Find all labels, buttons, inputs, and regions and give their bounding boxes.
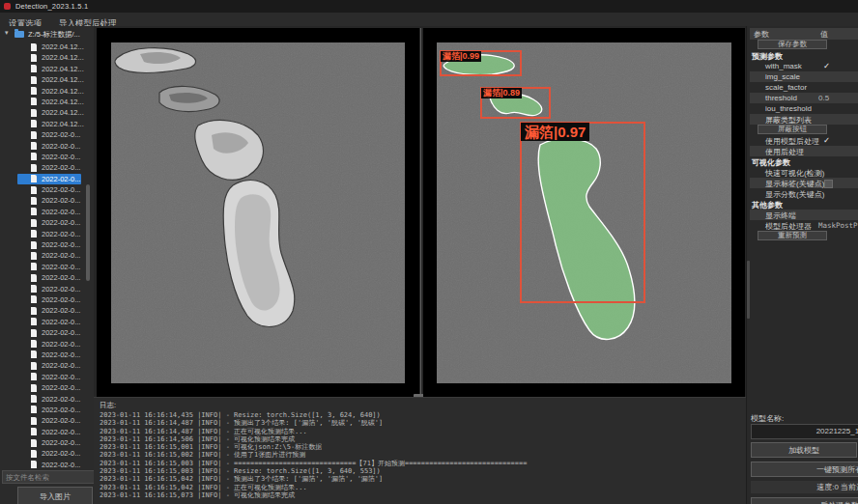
param-action-row[interactable]: 重新预测: [750, 231, 858, 241]
file-icon: [31, 295, 37, 303]
tree-item[interactable]: 2022-02-0...: [0, 195, 94, 206]
tree-item-label: 2022-02-0...: [42, 208, 80, 216]
param-row[interactable]: 显示分数(关键点): [750, 188, 858, 199]
tree-item[interactable]: 2022-02-0...: [0, 305, 94, 316]
file-icon: [31, 350, 37, 358]
import-image-button[interactable]: 导入图片: [17, 487, 93, 504]
param-label: scale_factor: [765, 83, 807, 92]
param-row[interactable]: scale_factor: [750, 82, 858, 93]
tree-item-label: 2022-02-0...: [42, 449, 80, 458]
tree-item[interactable]: 2022-02-0...: [0, 284, 94, 294]
tree-item[interactable]: 2022-02-0...: [0, 372, 94, 382]
detection-label: 漏箔|0.89: [481, 88, 522, 98]
tree-item[interactable]: 2022-02-0...: [0, 405, 94, 415]
param-row[interactable]: threshold0.5: [750, 93, 858, 103]
tree-item[interactable]: 2022-02-0...: [0, 339, 94, 350]
param-row[interactable]: 快速可视化(检测): [750, 167, 858, 178]
tree-item-label: 2022-02-0...: [42, 361, 80, 370]
tree-item[interactable]: 2022.04.12...: [0, 107, 94, 118]
file-icon: [31, 285, 37, 293]
tree-item[interactable]: 2022-02-0...: [0, 141, 94, 152]
tree-item[interactable]: 2022-02-0...: [0, 272, 94, 283]
postprocess-settings-button[interactable]: 后处理参数设置: [751, 497, 858, 504]
tree-item[interactable]: 2022-02-0...: [0, 427, 94, 437]
predict-all-button[interactable]: 一键预测所有图片: [751, 462, 858, 477]
progress-status: 速度:0 当前进度:0: [751, 481, 858, 493]
param-column-header: 参数: [754, 29, 769, 40]
load-model-button[interactable]: 加载模型: [751, 442, 857, 458]
tree-item[interactable]: 2022.04.12...: [0, 52, 94, 63]
tree-item[interactable]: 2022.04.12...: [0, 42, 94, 52]
param-row[interactable]: 使用后处理: [750, 146, 858, 156]
scrollbar-thumb[interactable]: [86, 184, 90, 281]
tree-item[interactable]: 2022-02-0...: [0, 448, 94, 459]
tree-item[interactable]: 2022-02-0...: [0, 394, 94, 405]
param-button[interactable]: 保存参数: [758, 40, 827, 49]
checkbox-checked-icon[interactable]: ✓: [823, 61, 830, 70]
param-value[interactable]: 0.5: [818, 94, 829, 102]
file-icon: [31, 428, 37, 435]
log-lines[interactable]: 2023-01-11 16:16:14,435 |INFO| - Resize:…: [100, 411, 741, 503]
search-input[interactable]: [2, 470, 96, 484]
tree-item[interactable]: 2022-02-0...: [0, 229, 94, 239]
param-row[interactable]: img_scale: [750, 71, 858, 82]
param-button[interactable]: 屏蔽按钮: [758, 125, 827, 134]
tree-item[interactable]: 2022-02-0...: [0, 250, 94, 261]
tree-item[interactable]: 2022-02-0...: [0, 294, 94, 305]
tree-item[interactable]: 2022-02-0...: [0, 460, 94, 470]
checkbox-unchecked-icon[interactable]: [824, 180, 833, 188]
file-icon: [31, 76, 37, 84]
params-scrollbar[interactable]: [747, 261, 750, 319]
tree-item[interactable]: 2022-02-0...: [0, 239, 94, 250]
param-value[interactable]: MaskPostPro: [818, 221, 858, 230]
param-row[interactable]: 显示标签(关键点): [750, 178, 858, 188]
tree-item[interactable]: 2022-02-0...: [0, 217, 94, 228]
tree-item[interactable]: 2022-02-0...: [0, 382, 94, 393]
tree-root[interactable]: ▾ Z:/5-标注数据/...: [0, 29, 94, 41]
image-panel-right[interactable]: 漏箔|0.99漏箔|0.89漏箔|0.97: [423, 28, 745, 397]
file-icon: [31, 362, 37, 370]
param-row[interactable]: iou_threshold: [750, 103, 858, 114]
param-label: iou_threshold: [765, 104, 812, 113]
tree-item[interactable]: 2022.04.12...: [0, 74, 94, 85]
tree-item[interactable]: 2022-02-0...: [0, 317, 94, 327]
tree-item[interactable]: 2022-02-0...: [0, 415, 94, 426]
tree-item[interactable]: 2022-02-0...: [0, 129, 94, 140]
tree-item-label: 2022-02-0...: [42, 416, 80, 425]
tree-item[interactable]: 2022-02-0...: [0, 207, 94, 217]
file-icon: [31, 219, 37, 227]
param-row[interactable]: 显示终端: [750, 210, 858, 220]
param-row[interactable]: 屏蔽类型列表: [750, 114, 858, 125]
model-name-value[interactable]: 20221225_174813: [751, 424, 858, 439]
tree-item[interactable]: 2022-02-0...: [0, 162, 94, 173]
tree-item[interactable]: 2022-02-0...: [0, 360, 94, 371]
file-icon: [31, 87, 37, 95]
tree-scrollbar[interactable]: [86, 42, 90, 493]
tree-item-label: 2022-02-0...: [42, 438, 80, 447]
param-label: threshold: [765, 94, 797, 102]
tree-item[interactable]: 2022-02-0...: [0, 350, 94, 360]
tree-item[interactable]: 2022-02-0...: [0, 437, 94, 448]
file-icon: [31, 340, 37, 348]
image-panel-left[interactable]: [97, 28, 419, 397]
param-action-row[interactable]: 屏蔽按钮: [750, 125, 858, 135]
param-row[interactable]: with_mask✓: [750, 61, 858, 71]
param-action-row[interactable]: 保存参数: [750, 40, 858, 50]
tree-item[interactable]: 2022-02-0...: [0, 184, 94, 195]
tree-item[interactable]: 2022-02-0...: [0, 327, 94, 338]
param-row[interactable]: 使用模型后处理✓: [750, 135, 858, 146]
tree-item[interactable]: 2022.04.12...: [0, 97, 94, 107]
tree-item[interactable]: 2022.04.12...: [0, 64, 94, 74]
param-button[interactable]: 重新预测: [758, 231, 827, 240]
checkbox-checked-icon[interactable]: ✓: [823, 135, 830, 145]
panel-divider[interactable]: [420, 28, 421, 399]
tree-item[interactable]: 2022.04.12...: [0, 119, 94, 129]
chevron-down-icon[interactable]: ▾: [5, 29, 9, 37]
param-row[interactable]: 模型后处理器MaskPostPro: [750, 220, 858, 231]
tree-item[interactable]: 2022.04.12...: [0, 86, 94, 97]
tree-item[interactable]: 2022-02-0...: [0, 262, 94, 272]
tree-item[interactable]: 2022-02-0...: [0, 174, 94, 184]
tree-item-label: 2022-02-0...: [42, 273, 80, 282]
param-section-row: 其他参数: [750, 199, 858, 210]
tree-item[interactable]: 2022-02-0...: [0, 152, 94, 162]
